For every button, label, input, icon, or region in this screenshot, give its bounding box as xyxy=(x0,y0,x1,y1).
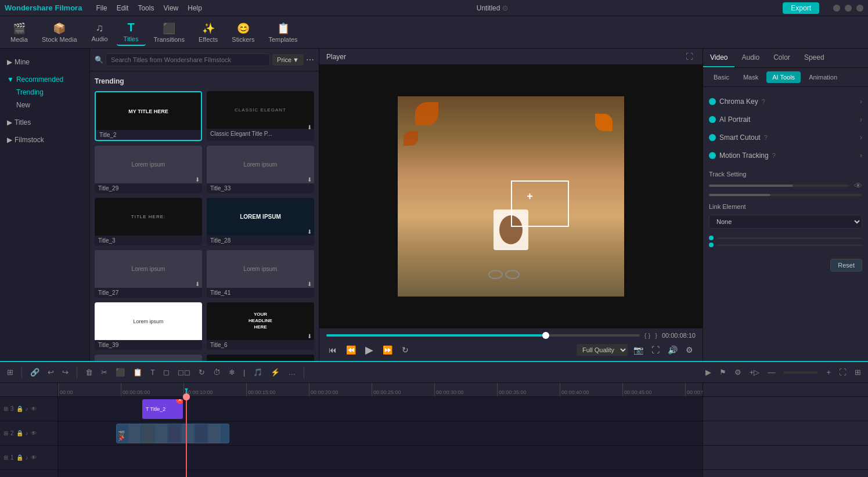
motion-tracking-chevron-icon[interactable]: › xyxy=(860,151,862,160)
tl-text-btn[interactable]: T xyxy=(148,367,157,378)
tl-grid-btn[interactable]: ⊞ xyxy=(852,367,863,378)
chroma-key-help-icon[interactable]: ? xyxy=(762,98,765,105)
minimize-btn[interactable] xyxy=(833,5,840,12)
video-clip-1[interactable]: 🎬 xyxy=(116,424,229,443)
ai-portrait-toggle[interactable] xyxy=(709,116,716,123)
tl-transition-add-btn[interactable]: +▷ xyxy=(747,367,762,378)
tool-stickers[interactable]: 😊 Stickers xyxy=(226,20,260,45)
audio-icon-2[interactable]: ♪ xyxy=(26,430,28,436)
close-btn[interactable] xyxy=(856,5,863,12)
title-card-10[interactable]: YOUR HEADLINE HERE Title_6 ⬇ xyxy=(207,302,314,350)
panel-section-titles-header[interactable]: ▶ Titles xyxy=(5,116,85,129)
title-card-4[interactable]: Lorem ipsum Title_33 ⬇ xyxy=(207,146,314,193)
tool-media[interactable]: 🎬 Media xyxy=(5,20,34,45)
link-element-select[interactable]: None xyxy=(709,215,862,229)
more-options-button[interactable]: ⋯ xyxy=(306,55,314,64)
fullscreen-btn[interactable]: ⛶ xyxy=(649,344,662,356)
export-button[interactable]: Export xyxy=(783,2,819,14)
menu-file[interactable]: File xyxy=(96,4,107,12)
tl-delete-btn[interactable]: 🗑 xyxy=(83,367,95,378)
tool-titles[interactable]: T Titles xyxy=(117,19,146,46)
subtab-animation[interactable]: Animation xyxy=(803,71,843,83)
smart-cutout-help-icon[interactable]: ? xyxy=(764,134,768,141)
play-button[interactable]: ▶ xyxy=(363,342,376,357)
audio-icon-1[interactable]: ♪ xyxy=(26,454,28,461)
title-card-7[interactable]: Lorem ipsum Title_27 ⬇ xyxy=(95,250,202,298)
subtab-basic[interactable]: Basic xyxy=(708,71,735,83)
tool-transitions[interactable]: ⬛ Transitions xyxy=(148,20,190,45)
smart-cutout-chevron-icon[interactable]: › xyxy=(860,133,862,142)
title-card-11[interactable]: Lorem ipsum Title_40 ⬇ xyxy=(95,355,202,361)
tab-speed[interactable]: Speed xyxy=(797,49,831,67)
tl-copy-btn[interactable]: 📋 xyxy=(131,367,145,378)
step-back-button[interactable]: ⏪ xyxy=(344,344,358,356)
lock-icon-3[interactable]: 🔒 xyxy=(16,406,23,412)
title-card-5[interactable]: TITLE HERE: Title_3 xyxy=(95,198,202,245)
timeline-scroll-area[interactable]: 00:00 00:00:05:00 00:00:10:00 00:00:15:0… xyxy=(58,383,703,477)
eye-icon-1[interactable]: 👁 xyxy=(31,454,37,461)
motion-tracking-toggle[interactable] xyxy=(709,152,716,159)
chroma-key-chevron-icon[interactable]: › xyxy=(860,97,862,106)
title-card-1[interactable]: MY TITLE HERE Title_2 xyxy=(95,91,202,141)
step-forward-button[interactable]: ⏩ xyxy=(380,344,395,356)
menu-tools[interactable]: Tools xyxy=(138,4,154,12)
tl-zoom-out-btn[interactable]: — xyxy=(765,367,777,378)
title-card-8[interactable]: Lorem ipsum Title_41 ⬇ xyxy=(207,250,314,298)
progress-bar[interactable] xyxy=(326,334,640,337)
tl-cut-btn[interactable]: ✂ xyxy=(99,367,110,378)
panel-section-mine-header[interactable]: ▶ Mine xyxy=(5,56,85,68)
smart-cutout-toggle[interactable] xyxy=(709,134,716,141)
tab-audio[interactable]: Audio xyxy=(734,49,766,67)
player-fullscreen-btn[interactable]: ⛶ xyxy=(683,51,696,62)
tl-split-btn[interactable]: | xyxy=(241,367,247,378)
tl-speed-btn[interactable]: ⏱ xyxy=(211,367,223,378)
playhead[interactable] xyxy=(186,397,187,477)
tl-freeze-btn[interactable]: ❄ xyxy=(226,367,237,378)
subtab-aitools[interactable]: AI Tools xyxy=(766,71,801,83)
motion-tracking-help-icon[interactable]: ? xyxy=(772,152,776,159)
subtab-mask[interactable]: Mask xyxy=(737,71,764,83)
clip-delete-btn[interactable]: ✕ xyxy=(176,399,183,404)
panel-item-new[interactable]: New xyxy=(5,99,85,111)
reset-button[interactable]: Reset xyxy=(830,259,862,272)
visibility-icon[interactable]: 👁 xyxy=(854,181,862,190)
lock-icon-2[interactable]: 🔒 xyxy=(16,430,23,436)
small-slider-2[interactable] xyxy=(717,244,862,246)
tl-snap-btn[interactable]: 🔗 xyxy=(28,367,42,378)
tool-audio[interactable]: ♫ Audio xyxy=(85,20,114,45)
screenshot-btn[interactable]: 📷 xyxy=(631,344,646,356)
tl-trim-btn[interactable]: ⬛ xyxy=(113,367,127,378)
title-card-12[interactable]: YOUR HEADLINE HERE Title_10 ⬇ xyxy=(207,355,314,361)
tl-settings-btn2[interactable]: ⚙ xyxy=(732,367,744,378)
track-slider-2[interactable] xyxy=(709,194,862,196)
progress-handle[interactable] xyxy=(542,332,549,339)
title-card-6[interactable]: LOREM IPSUM Title_28 ⬇ xyxy=(207,198,314,245)
tab-color[interactable]: Color xyxy=(766,49,797,67)
tl-group-btn[interactable]: ◻ xyxy=(161,367,172,378)
tl-zoom-in-btn[interactable]: + xyxy=(824,367,833,378)
tl-play-btn[interactable]: ▶ xyxy=(703,367,714,378)
tool-effects[interactable]: ✨ Effects xyxy=(193,20,224,45)
skip-back-button[interactable]: ⏮ xyxy=(326,344,339,356)
title-card-3[interactable]: Lorem ipsum Title_29 ⬇ xyxy=(95,146,202,193)
title-clip-2[interactable]: T Title_2 ✕ xyxy=(142,399,183,419)
eye-icon-3[interactable]: 👁 xyxy=(31,406,37,412)
panel-section-recommended-header[interactable]: ▼ Recommended xyxy=(5,73,85,86)
tl-rotate-btn[interactable]: ↻ xyxy=(196,367,207,378)
tl-ungroup-btn[interactable]: ◻◻ xyxy=(175,367,193,378)
chroma-key-toggle[interactable] xyxy=(709,98,716,105)
tl-ai-btn[interactable]: ⚡ xyxy=(268,367,282,378)
menu-view[interactable]: View xyxy=(163,4,178,12)
search-input[interactable] xyxy=(106,53,270,66)
audio-icon-3[interactable]: ♪ xyxy=(26,406,28,412)
panel-item-trending[interactable]: Trending xyxy=(5,86,85,99)
tl-add-track-btn[interactable]: ⊞ xyxy=(5,367,16,378)
title-card-9[interactable]: Lorem ipsum Title_39 xyxy=(95,302,202,350)
tl-undo-btn[interactable]: ↩ xyxy=(45,367,56,378)
tool-templates[interactable]: 📋 Templates xyxy=(262,20,303,45)
tl-mark-btn[interactable]: ⚑ xyxy=(717,367,729,378)
tl-audio-btn[interactable]: 🎵 xyxy=(251,367,265,378)
tl-redo-btn[interactable]: ↪ xyxy=(60,367,71,378)
tab-video[interactable]: Video xyxy=(703,49,734,67)
lock-icon-1[interactable]: 🔒 xyxy=(16,454,23,461)
